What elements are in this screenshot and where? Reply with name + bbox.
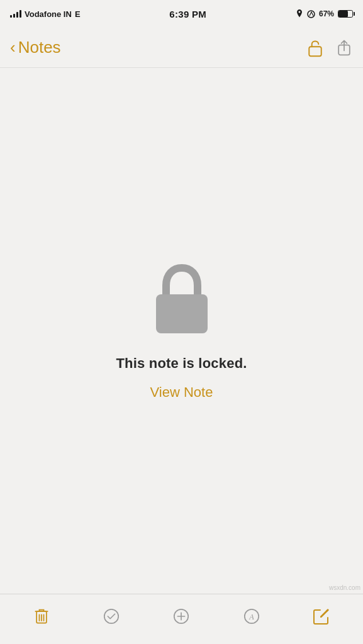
add-button[interactable] <box>165 601 197 632</box>
nav-actions <box>306 38 353 58</box>
status-right: 67% <box>296 9 353 18</box>
share-button[interactable] <box>335 38 353 58</box>
compose-icon <box>311 606 332 626</box>
locked-illustration <box>147 262 216 337</box>
checkmark-button[interactable] <box>96 601 127 632</box>
battery-indicator <box>338 10 353 18</box>
network-type-label: E <box>75 9 81 19</box>
airdrop-icon <box>307 10 315 18</box>
large-lock-icon <box>144 258 220 340</box>
trash-icon <box>33 608 50 625</box>
lock-icon <box>307 38 323 57</box>
status-bar: Vodafone IN E 6:39 PM 67% <box>0 0 363 28</box>
svg-rect-3 <box>156 294 208 333</box>
location-icon <box>296 9 303 18</box>
locked-message: This note is locked. <box>116 355 247 372</box>
delete-button[interactable] <box>26 601 57 632</box>
lock-button[interactable] <box>306 38 324 58</box>
pen-button[interactable]: A <box>236 601 267 632</box>
nav-bar: ‹ Notes <box>0 28 363 68</box>
back-label: Notes <box>18 38 61 57</box>
view-note-button[interactable]: View Note <box>145 382 218 403</box>
main-content: This note is locked. View Note <box>0 68 363 594</box>
svg-text:A: A <box>249 612 254 621</box>
back-chevron-icon: ‹ <box>10 39 16 55</box>
carrier-label: Vodafone IN <box>25 9 72 19</box>
add-icon <box>172 608 190 625</box>
pen-icon: A <box>243 608 260 625</box>
svg-point-0 <box>308 11 315 18</box>
battery-percent: 67% <box>319 9 334 18</box>
signal-bars-icon <box>10 10 21 18</box>
svg-rect-1 <box>309 47 321 56</box>
status-time: 6:39 PM <box>169 9 206 19</box>
compose-button[interactable] <box>306 601 337 632</box>
watermark: wsxdn.com <box>327 583 363 592</box>
share-icon <box>336 38 352 57</box>
bottom-toolbar: A <box>0 594 363 644</box>
checkmark-icon <box>103 608 120 625</box>
status-left: Vodafone IN E <box>10 9 81 19</box>
svg-point-8 <box>104 609 118 623</box>
back-button[interactable]: ‹ Notes <box>10 38 61 57</box>
